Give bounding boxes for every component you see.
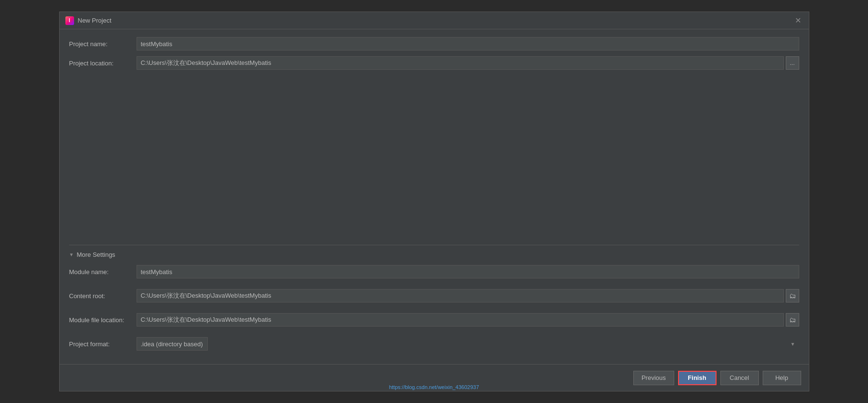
project-name-input[interactable] xyxy=(137,37,799,50)
content-root-input[interactable] xyxy=(137,289,784,302)
more-settings-label: More Settings xyxy=(76,251,115,258)
help-button[interactable]: Help xyxy=(763,371,801,385)
more-settings-fields: Module name: Content root: 🗂 xyxy=(69,265,799,356)
dialog-content: Project name: Project location: ... ▼ Mo… xyxy=(60,29,809,364)
module-file-location-input[interactable] xyxy=(137,313,784,327)
module-file-location-row: Module file location: 🗂 xyxy=(69,313,799,327)
title-left: I New Project xyxy=(65,16,112,25)
app-icon: I xyxy=(65,16,74,25)
project-location-label: Project location: xyxy=(69,60,137,67)
title-bar: I New Project ✕ xyxy=(60,12,809,29)
module-file-location-label: Module file location: xyxy=(69,316,137,324)
project-format-row: Project format: .idea (directory based) xyxy=(69,337,799,351)
project-format-label: Project format: xyxy=(69,340,137,348)
content-root-row: Content root: 🗂 xyxy=(69,289,799,302)
more-settings-header[interactable]: ▼ More Settings xyxy=(69,249,799,260)
new-project-dialog: I New Project ✕ Project name: Project lo… xyxy=(59,12,809,391)
module-name-input[interactable] xyxy=(137,265,799,278)
project-name-label: Project name: xyxy=(69,40,137,48)
project-location-row: Project location: ... xyxy=(69,56,799,70)
content-root-browse-button[interactable]: 🗂 xyxy=(786,289,799,302)
content-root-label: Content root: xyxy=(69,292,137,300)
more-settings-section: ▼ More Settings Module name: Content roo… xyxy=(69,245,799,356)
module-file-location-browse-button[interactable]: 🗂 xyxy=(786,313,799,327)
folder-icon: 🗂 xyxy=(789,292,796,300)
folder-icon-2: 🗂 xyxy=(789,316,796,324)
project-location-input[interactable] xyxy=(137,56,784,70)
module-file-location-input-wrap: 🗂 xyxy=(137,313,799,327)
browse-button[interactable]: ... xyxy=(786,56,799,70)
chevron-down-icon: ▼ xyxy=(69,252,74,257)
project-format-select[interactable]: .idea (directory based) xyxy=(137,337,208,351)
project-format-select-wrap: .idea (directory based) xyxy=(137,337,799,351)
finish-button[interactable]: Finish xyxy=(678,371,717,385)
module-name-row: Module name: xyxy=(69,265,799,278)
footer-link: https://blog.csdn.net/weixin_43602937 xyxy=(60,384,809,390)
module-name-label: Module name: xyxy=(69,268,137,276)
spacer xyxy=(69,76,799,241)
cancel-button[interactable]: Cancel xyxy=(720,371,759,385)
close-button[interactable]: ✕ xyxy=(793,16,803,25)
project-name-row: Project name: xyxy=(69,37,799,50)
content-root-input-wrap: 🗂 xyxy=(137,289,799,302)
project-name-input-wrap xyxy=(137,37,799,50)
project-location-input-wrap: ... xyxy=(137,56,799,70)
dialog-title: New Project xyxy=(78,17,112,24)
previous-button[interactable]: Previous xyxy=(633,371,674,385)
module-name-input-wrap xyxy=(137,265,799,278)
